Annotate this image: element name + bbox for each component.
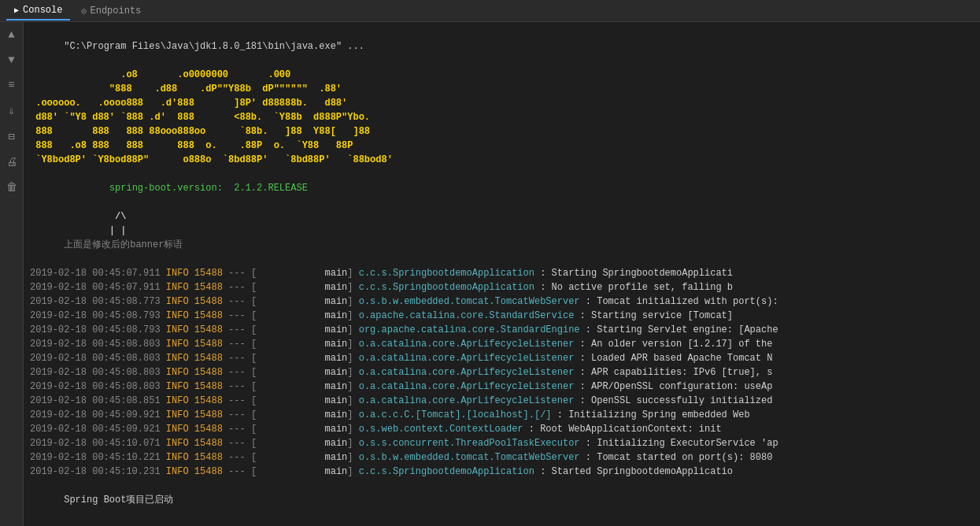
log-colon-msg: : Tomcat started on port(s): 8080 bbox=[580, 452, 773, 463]
log-bracket-open: [ bbox=[251, 268, 257, 279]
log-timestamp: 2019-02-18 00:45:07.911 bbox=[30, 282, 161, 293]
footer-line: Spring Boot项目已启动 bbox=[30, 479, 974, 521]
tab-console[interactable]: ▶ Console bbox=[6, 2, 70, 20]
log-colon-msg: : Initializing Spring embedded Web bbox=[552, 409, 750, 420]
log-thread: main bbox=[257, 324, 347, 335]
log-level: INFO bbox=[166, 324, 189, 335]
log-line: 2019-02-18 00:45:08.803 INFO 15488 --- [… bbox=[30, 365, 974, 380]
log-line: 2019-02-18 00:45:08.803 INFO 15488 --- [… bbox=[30, 351, 974, 365]
log-bracket-close: ] bbox=[347, 367, 353, 378]
log-class: o.a.catalina.core.AprLifecycleListener bbox=[359, 395, 575, 406]
log-timestamp: 2019-02-18 00:45:09.921 bbox=[30, 409, 161, 420]
log-bracket-open: [ bbox=[251, 367, 257, 378]
log-thread: main bbox=[257, 353, 347, 364]
log-bracket-open: [ bbox=[251, 282, 257, 293]
log-bracket-open: [ bbox=[251, 353, 257, 364]
log-sep: --- bbox=[228, 452, 246, 463]
log-thread: main bbox=[257, 310, 347, 321]
log-class: o.a.catalina.core.AprLifecycleListener bbox=[359, 381, 575, 392]
log-pid: 15488 bbox=[194, 438, 223, 449]
log-bracket-close: ] bbox=[347, 353, 353, 364]
log-bracket-open: [ bbox=[251, 424, 257, 435]
log-bracket-open: [ bbox=[251, 438, 257, 449]
log-bracket-close: ] bbox=[347, 452, 353, 463]
log-bracket-close: ] bbox=[347, 409, 353, 420]
log-bracket-open: [ bbox=[251, 339, 257, 350]
log-bracket-open: [ bbox=[251, 324, 257, 335]
log-colon-msg: : Starting service [Tomcat] bbox=[574, 310, 733, 321]
log-timestamp: 2019-02-18 00:45:10.231 bbox=[30, 466, 161, 477]
log-line: 2019-02-18 00:45:10.221 INFO 15488 --- [… bbox=[30, 450, 974, 465]
log-line: 2019-02-18 00:45:07.911 INFO 15488 --- [… bbox=[30, 266, 974, 280]
banner-comment: 上面是修改后的banner标语 bbox=[30, 238, 974, 252]
log-pid: 15488 bbox=[194, 367, 223, 378]
scroll-down-icon[interactable]: ▼ bbox=[4, 54, 20, 66]
log-bracket-open: [ bbox=[251, 381, 257, 392]
log-level: INFO bbox=[166, 381, 189, 392]
log-line: 2019-02-18 00:45:08.793 INFO 15488 --- [… bbox=[30, 309, 974, 323]
log-timestamp: 2019-02-18 00:45:08.793 bbox=[30, 324, 161, 335]
tab-endpoints[interactable]: ◎ Endpoints bbox=[73, 2, 149, 20]
log-level: INFO bbox=[166, 452, 189, 463]
log-thread: main bbox=[257, 395, 347, 406]
scroll-end-icon[interactable]: ⇓ bbox=[4, 104, 20, 117]
log-bracket-close: ] bbox=[347, 296, 353, 307]
log-bracket-close: ] bbox=[347, 395, 353, 406]
log-line: 2019-02-18 00:45:08.851 INFO 15488 --- [… bbox=[30, 394, 974, 408]
log-thread: main bbox=[257, 452, 347, 463]
log-class: o.a.c.c.C.[Tomcat].[localhost].[/] bbox=[359, 409, 552, 420]
log-timestamp: 2019-02-18 00:45:08.803 bbox=[30, 353, 161, 364]
filter-icon[interactable]: ⊟ bbox=[4, 130, 20, 143]
log-pid: 15488 bbox=[194, 268, 223, 279]
log-timestamp: 2019-02-18 00:45:10.221 bbox=[30, 452, 161, 463]
log-level: INFO bbox=[166, 424, 189, 435]
banner-line-3: .oooooo. .oooo888 .d'888 ]8P' d88888b. d… bbox=[30, 96, 974, 110]
log-line: 2019-02-18 00:45:10.231 INFO 15488 --- [… bbox=[30, 465, 974, 479]
log-timestamp: 2019-02-18 00:45:10.071 bbox=[30, 438, 161, 449]
log-sep: --- bbox=[228, 367, 246, 378]
log-colon-msg: : APR capabilities: IPv6 [true], s bbox=[574, 367, 772, 378]
log-class: c.c.s.SpringbootdemoApplication bbox=[359, 268, 534, 279]
footer-text: Spring Boot项目已启动 bbox=[64, 495, 173, 506]
log-pid: 15488 bbox=[194, 381, 223, 392]
log-class: o.s.b.w.embedded.tomcat.TomcatWebServer bbox=[359, 296, 580, 307]
endpoints-icon: ◎ bbox=[81, 6, 86, 16]
log-bracket-open: [ bbox=[251, 395, 257, 406]
log-colon-msg: : Root WebApplicationContext: init bbox=[523, 424, 722, 435]
log-sep: --- bbox=[228, 395, 246, 406]
log-level: INFO bbox=[166, 353, 189, 364]
ascii-banner: .o8 .o0000000 .000 "888 .d88 .dP""Y88b d… bbox=[30, 68, 974, 167]
log-colon-msg: : APR/OpenSSL configuration: useAp bbox=[574, 381, 772, 392]
log-pid: 15488 bbox=[194, 296, 223, 307]
log-thread: main bbox=[257, 438, 347, 449]
log-line: 2019-02-18 00:45:08.773 INFO 15488 --- [… bbox=[30, 294, 974, 309]
clear-icon[interactable]: 🗑 bbox=[4, 181, 20, 194]
log-timestamp: 2019-02-18 00:45:07.911 bbox=[30, 268, 161, 279]
log-sep: --- bbox=[228, 282, 246, 293]
log-bracket-close: ] bbox=[347, 438, 353, 449]
console-output: "C:\Program Files\Java\jdk1.8.0_181\bin\… bbox=[24, 22, 980, 526]
log-class: c.c.s.SpringbootdemoApplication bbox=[359, 466, 534, 477]
log-bracket-close: ] bbox=[347, 381, 353, 392]
log-timestamp: 2019-02-18 00:45:08.773 bbox=[30, 296, 161, 307]
scroll-up-icon[interactable]: ▲ bbox=[4, 28, 20, 41]
log-colon-msg: : Loaded APR based Apache Tomcat N bbox=[574, 353, 772, 364]
banner-line-1: .o8 .o0000000 .000 bbox=[30, 68, 974, 82]
log-pid: 15488 bbox=[194, 324, 223, 335]
log-pid: 15488 bbox=[194, 452, 223, 463]
footer-link-line: https://blog.csdn.net/weixin_42950079 bbox=[30, 521, 974, 526]
log-sep: --- bbox=[228, 466, 246, 477]
blank-line bbox=[30, 252, 974, 266]
print-icon[interactable]: 🖨 bbox=[4, 156, 20, 169]
log-level: INFO bbox=[166, 395, 189, 406]
soft-wrap-icon[interactable]: ≡ bbox=[4, 79, 20, 91]
log-thread: main bbox=[257, 466, 347, 477]
log-class: o.s.s.concurrent.ThreadPoolTaskExecutor bbox=[359, 438, 580, 449]
log-class: o.a.catalina.core.AprLifecycleListener bbox=[359, 339, 575, 350]
log-colon-msg: : Tomcat initialized with port(s): bbox=[580, 296, 778, 307]
log-line: 2019-02-18 00:45:08.803 INFO 15488 --- [… bbox=[30, 380, 974, 394]
banner-line-5: 888 888 888 88ooo888oo `88b. ]88 Y88[ ]8… bbox=[30, 124, 974, 139]
log-timestamp: 2019-02-18 00:45:08.851 bbox=[30, 395, 161, 406]
log-container: 2019-02-18 00:45:07.911 INFO 15488 --- [… bbox=[30, 266, 974, 479]
log-thread: main bbox=[257, 367, 347, 378]
